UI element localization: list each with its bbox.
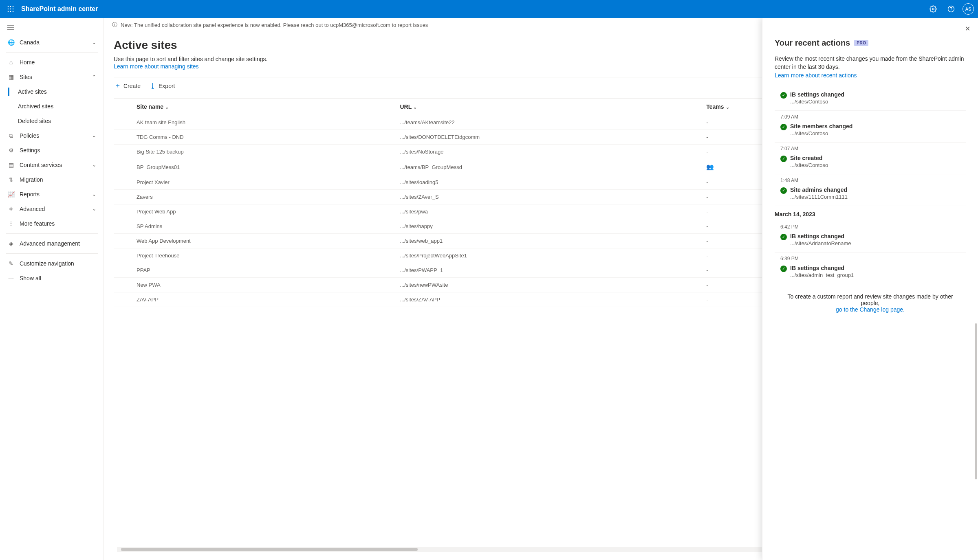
- nav-advanced[interactable]: ⚛ Advanced ⌄: [0, 202, 104, 216]
- app-title: SharePoint admin center: [21, 5, 98, 13]
- nav-home[interactable]: ⌂ Home: [0, 55, 104, 70]
- cell-site-name: New PWA: [114, 278, 396, 292]
- action-item[interactable]: ✓Site admins changed.../sites/1111Comm11…: [775, 185, 966, 206]
- nav-active-sites[interactable]: Active sites: [0, 84, 104, 99]
- nav-show-all[interactable]: ⋯ Show all: [0, 271, 104, 285]
- chevron-down-icon: ⌄: [726, 105, 729, 110]
- cell-url: .../teams/BP_GroupMessd: [396, 159, 702, 175]
- settings-icon[interactable]: [927, 2, 940, 15]
- export-button[interactable]: ⭳ Export: [149, 81, 176, 91]
- cell-site-name: SP Admins: [114, 219, 396, 234]
- action-title: IB settings changed: [790, 91, 844, 98]
- tenant-selector[interactable]: 🌐 Canada ⌄: [0, 35, 104, 50]
- pencil-icon: ✎: [7, 260, 15, 267]
- cell-site-name: Project Web App: [114, 204, 396, 219]
- vertical-scrollbar[interactable]: [975, 37, 977, 558]
- success-icon: ✓: [780, 156, 787, 162]
- cell-site-name: Project Treehouse: [114, 248, 396, 263]
- success-icon: ✓: [780, 187, 787, 194]
- cell-url: .../sites/ZAver_S: [396, 190, 702, 204]
- action-item[interactable]: ✓Site members changed.../sites/Contoso: [775, 121, 966, 143]
- collapse-nav-icon[interactable]: [0, 22, 104, 35]
- action-time: 7:09 AM: [780, 114, 966, 120]
- nav-sites[interactable]: ▦ Sites ⌃: [0, 70, 104, 84]
- cell-site-name: BP_GroupMess01: [114, 159, 396, 175]
- nav-reports[interactable]: 📈 Reports ⌄: [0, 187, 104, 202]
- learn-more-actions-link[interactable]: Learn more about recent actions: [775, 72, 966, 80]
- cell-url: .../sites/happy: [396, 219, 702, 234]
- nav-more-features[interactable]: ⋮ More features: [0, 216, 104, 231]
- svg-point-10: [948, 6, 954, 12]
- nav-customize-navigation[interactable]: ✎ Customize navigation: [0, 256, 104, 271]
- avatar[interactable]: AS: [963, 3, 974, 15]
- action-path: .../sites/admin_test_group1: [790, 272, 854, 278]
- chevron-down-icon: ⌄: [92, 206, 96, 212]
- action-path: .../sites/Contoso: [790, 162, 828, 168]
- cell-url: .../sites/ZAV-APP: [396, 292, 702, 307]
- action-item[interactable]: ✓Site created.../sites/Contoso: [775, 153, 966, 174]
- action-time: 7:07 AM: [780, 146, 966, 152]
- cell-url: .../sites/NoStorage: [396, 145, 702, 159]
- cell-site-name: Zavers: [114, 190, 396, 204]
- nav-archived-sites[interactable]: Archived sites: [0, 99, 104, 114]
- chevron-down-icon: ⌄: [92, 133, 96, 138]
- advanced-icon: ⚛: [7, 206, 15, 212]
- svg-point-4: [10, 9, 11, 10]
- create-button[interactable]: ＋ Create: [114, 80, 141, 92]
- chevron-up-icon: ⌃: [92, 74, 96, 80]
- col-url[interactable]: URL⌄: [396, 99, 702, 115]
- recent-actions-panel: ✕ Your recent actions PRO Review the mos…: [762, 18, 978, 560]
- cell-site-name: Big Site 125 backup: [114, 145, 396, 159]
- migration-icon: ⇅: [7, 176, 15, 183]
- svg-point-5: [13, 9, 14, 10]
- nav-content-services[interactable]: ▤ Content services ⌄: [0, 158, 104, 172]
- nav-migration[interactable]: ⇅ Migration: [0, 172, 104, 187]
- action-path: .../sites/Contoso: [790, 130, 852, 136]
- left-nav: 🌐 Canada ⌄ ⌂ Home ▦ Sites ⌃ Active sites…: [0, 18, 104, 560]
- cell-url: .../sites/ProjectWebAppSite1: [396, 248, 702, 263]
- action-path: .../sites/AdrianatoRename: [790, 240, 851, 246]
- panel-footer: To create a custom report and review sit…: [775, 288, 966, 321]
- action-title: IB settings changed: [790, 233, 851, 239]
- main-content: ⓘ New: The unified collaboration site pa…: [104, 18, 978, 560]
- action-title: Site members changed: [790, 123, 852, 130]
- nav-advanced-management[interactable]: ◈ Advanced management: [0, 236, 104, 251]
- plus-icon: ＋: [115, 81, 121, 90]
- cell-site-name: Web App Development: [114, 234, 396, 248]
- ellipsis-icon: ⋯: [7, 275, 15, 281]
- panel-description: Review the most recent site changes you …: [775, 55, 966, 80]
- cell-site-name: Project Xavier: [114, 175, 396, 190]
- nav-deleted-sites[interactable]: Deleted sites: [0, 114, 104, 128]
- action-item[interactable]: ✓IB settings changed.../sites/AdrianatoR…: [775, 231, 966, 253]
- close-icon[interactable]: ✕: [963, 24, 972, 33]
- svg-point-3: [8, 9, 9, 10]
- success-icon: ✓: [780, 266, 787, 272]
- cell-site-name: TDG Comms - DND: [114, 130, 396, 145]
- cell-site-name: ZAV-APP: [114, 292, 396, 307]
- change-log-link[interactable]: go to the Change log page.: [787, 306, 954, 313]
- col-site-name[interactable]: Site name⌄: [114, 99, 396, 115]
- action-title: IB settings changed: [790, 265, 854, 271]
- success-icon: ✓: [780, 124, 787, 130]
- cell-url: .../sites/PWAPP_1: [396, 263, 702, 278]
- gear-icon: ⚙: [7, 147, 15, 154]
- nav-policies[interactable]: ⧉ Policies ⌄: [0, 128, 104, 143]
- help-icon[interactable]: [945, 2, 958, 15]
- action-path: .../sites/Contoso: [790, 99, 844, 105]
- app-launcher-icon[interactable]: [4, 2, 17, 15]
- svg-point-1: [10, 6, 11, 7]
- globe-icon: 🌐: [7, 39, 15, 46]
- nav-settings[interactable]: ⚙ Settings: [0, 143, 104, 158]
- action-title: Site admins changed: [790, 187, 848, 193]
- pro-badge: PRO: [854, 40, 868, 46]
- chevron-down-icon: ⌄: [92, 191, 96, 197]
- app-header: SharePoint admin center AS: [0, 0, 978, 18]
- action-path: .../sites/1111Comm1111: [790, 194, 848, 200]
- action-title: Site created: [790, 155, 828, 161]
- action-item[interactable]: ✓IB settings changed.../sites/Contoso: [775, 90, 966, 111]
- action-time: 1:48 AM: [780, 178, 966, 183]
- action-item[interactable]: ✓IB settings changed.../sites/admin_test…: [775, 263, 966, 284]
- more-icon: ⋮: [7, 220, 15, 227]
- cell-site-name: PPAP: [114, 263, 396, 278]
- panel-title: Your recent actions: [775, 38, 850, 48]
